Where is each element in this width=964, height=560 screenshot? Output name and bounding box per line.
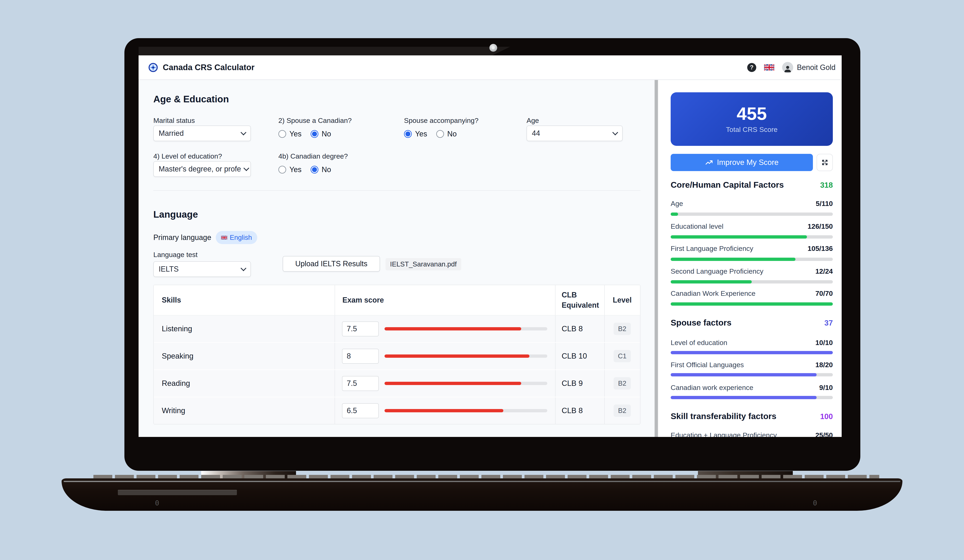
radio-icon[interactable]	[404, 130, 412, 138]
col-header-exam-score: Exam score	[335, 285, 555, 315]
group-core-factors: Core/Human Capital Factors 318	[671, 180, 833, 190]
exam-score-input[interactable]	[342, 321, 379, 336]
level-badge: B2	[614, 404, 631, 417]
canadian-degree-no[interactable]: No	[311, 166, 331, 174]
canadian-degree-radio-group: Yes No	[278, 166, 331, 174]
chevron-down-icon	[612, 130, 618, 135]
score-bar	[384, 382, 547, 385]
language-test-select[interactable]: IELTS	[153, 261, 251, 277]
factor-row-spouse-education: Level of education10/10	[671, 339, 833, 347]
score-bar	[384, 354, 547, 358]
laptop-mark-right: 0	[813, 499, 817, 507]
education-level-select[interactable]: Master's degree, or profe	[153, 161, 251, 177]
factor-bar	[671, 258, 833, 261]
spouse-canadian-radio-group: Yes No	[278, 130, 331, 138]
expand-button[interactable]	[817, 154, 833, 171]
app-header: Canada CRS Calculator ? Benoit Gold	[138, 55, 842, 80]
group-spouse-factors: Spouse factors 37	[671, 318, 833, 328]
col-header-level: Level	[604, 285, 640, 315]
spouse-accompanying-yes[interactable]: Yes	[404, 130, 427, 138]
section-title-language: Language	[153, 209, 198, 220]
factor-bar	[671, 235, 833, 239]
canadian-degree-yes[interactable]: Yes	[278, 166, 301, 174]
user-avatar[interactable]	[782, 62, 793, 73]
table-row-speaking: Speaking CLB 10 C1	[154, 342, 640, 369]
laptop-base-vent	[118, 490, 237, 495]
marital-status-select[interactable]: Married	[153, 125, 251, 141]
app-title: Canada CRS Calculator	[163, 63, 254, 72]
factor-bar	[671, 213, 833, 216]
total-crs-score: 455	[737, 105, 767, 123]
exam-score-input[interactable]	[342, 403, 379, 418]
radio-icon[interactable]	[311, 166, 318, 174]
uploaded-file-name: IELST_Saravanan.pdf	[386, 258, 461, 270]
canadian-degree-label: 4b) Canadian degree?	[278, 152, 348, 160]
uk-flag-icon[interactable]	[764, 64, 774, 71]
skills-table-header: Skills Exam score CLB Equivalent Level	[154, 285, 640, 315]
exam-score-input[interactable]	[342, 349, 379, 364]
language-test-label: Language test	[153, 251, 198, 259]
factor-row-age: Age5/110	[671, 200, 833, 208]
age-select[interactable]: 44	[526, 125, 623, 141]
radio-icon[interactable]	[436, 130, 444, 138]
primary-language-label: Primary language	[153, 233, 211, 242]
total-score-card: 455 Total CRS Score	[671, 92, 833, 146]
user-name: Benoit Gold	[797, 63, 835, 72]
improve-score-button[interactable]: Improve My Score	[671, 154, 813, 171]
uk-flag-icon	[221, 236, 227, 240]
table-row-listening: Listening CLB 8 B2	[154, 315, 640, 342]
skill-name: Listening	[162, 325, 192, 333]
factor-bar	[671, 373, 833, 377]
compass-logo-icon	[148, 63, 158, 72]
primary-language-value: English	[230, 234, 252, 242]
marital-status-label: Marital status	[153, 117, 195, 125]
factor-row-spouse-languages: First Official Languages18/20	[671, 361, 833, 369]
spouse-accompanying-label: Spouse accompanying?	[404, 117, 479, 125]
factor-bar	[671, 396, 833, 399]
radio-icon[interactable]	[278, 166, 286, 174]
main-scrollbar[interactable]	[655, 80, 658, 437]
spouse-accompanying-no[interactable]: No	[436, 130, 457, 138]
factor-row-education-language: Education + Language Proficiency25/50	[671, 431, 833, 437]
spouse-canadian-no[interactable]: No	[311, 130, 331, 138]
clb-value: CLB 9	[562, 379, 583, 388]
factor-bar	[671, 302, 833, 306]
section-divider	[153, 190, 640, 191]
score-sidebar: 455 Total CRS Score Improve My Score	[658, 80, 842, 437]
spouse-canadian-label: 2) Spouse a Canadian?	[278, 117, 352, 125]
chevron-down-icon	[241, 265, 246, 271]
expand-icon	[821, 159, 829, 166]
webcam-dot	[489, 44, 497, 52]
help-icon[interactable]: ?	[747, 63, 756, 72]
bezel-glare	[138, 47, 510, 56]
group-skill-transferability: Skill transferability factors 100	[671, 411, 833, 421]
clb-value: CLB 8	[562, 406, 583, 415]
laptop-base-seam	[64, 481, 900, 482]
factor-row-educational-level: Educational level126/150	[671, 222, 833, 230]
col-header-clb: CLB Equivalent	[555, 285, 604, 315]
laptop-screen: Canada CRS Calculator ? Benoit Gold Age …	[124, 38, 860, 471]
chevron-down-icon	[241, 130, 246, 135]
total-crs-label: Total CRS Score	[726, 125, 777, 133]
radio-icon[interactable]	[278, 130, 286, 138]
spouse-canadian-yes[interactable]: Yes	[278, 130, 301, 138]
level-badge: B2	[614, 377, 631, 390]
clb-value: CLB 8	[562, 325, 583, 333]
chevron-down-icon	[243, 166, 249, 171]
col-header-skills: Skills	[154, 285, 335, 315]
exam-score-input[interactable]	[342, 376, 379, 391]
score-bar	[384, 327, 547, 331]
level-badge: B2	[614, 323, 631, 335]
spouse-accompanying-radio-group: Yes No	[404, 130, 457, 138]
factor-row-second-language: Second Language Proficiency12/24	[671, 267, 833, 275]
factor-row-spouse-work: Canadian work experience9/10	[671, 383, 833, 391]
skill-name: Writing	[162, 406, 185, 415]
factor-bar	[671, 351, 833, 354]
age-label: Age	[526, 117, 539, 125]
crs-app-window: Canada CRS Calculator ? Benoit Gold Age …	[138, 55, 842, 437]
skill-name: Speaking	[162, 352, 194, 360]
radio-icon[interactable]	[311, 130, 318, 138]
upload-ielts-button[interactable]: Upload IELTS Results	[283, 256, 380, 271]
skill-name: Reading	[162, 379, 190, 388]
laptop-base: 0 0	[62, 478, 902, 511]
